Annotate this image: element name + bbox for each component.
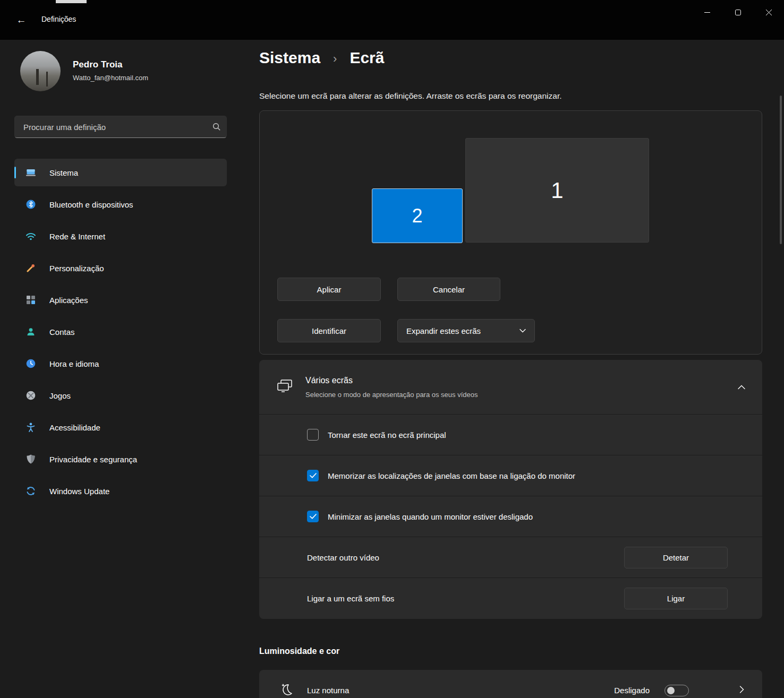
user-email: Watto_fan@hotmail.com	[73, 74, 148, 82]
checkbox-label: Tornar este ecrã no ecrã principal	[328, 430, 446, 440]
detect-display-row: Detectar outro vídeo Detetar	[259, 537, 762, 578]
time-language-icon	[25, 358, 36, 369]
detect-display-label: Detectar outro vídeo	[307, 553, 379, 562]
night-light-toggle[interactable]	[664, 685, 689, 696]
sidebar-item-label: Aplicações	[49, 296, 88, 305]
night-light-icon	[278, 682, 294, 698]
sidebar-item-hora-idioma[interactable]: Hora e idioma	[14, 350, 227, 377]
night-light-label: Luz noturna	[307, 686, 349, 695]
sidebar-item-bluetooth[interactable]: Bluetooth e dispositivos	[14, 191, 227, 218]
sidebar-item-label: Windows Update	[49, 487, 109, 496]
sidebar-item-label: Acessibilidade	[49, 423, 100, 432]
close-icon	[766, 10, 772, 15]
wireless-display-row: Ligar a um ecrã sem fios Ligar	[259, 578, 762, 619]
remember-window-locations-row[interactable]: Memorizar as localizações de janelas com…	[259, 455, 762, 496]
system-icon	[25, 167, 36, 178]
apps-icon	[25, 295, 36, 305]
chevron-right-icon[interactable]	[739, 686, 744, 695]
breadcrumb: Sistema › Ecrã	[259, 49, 384, 67]
sidebar-item-windows-update[interactable]: Windows Update	[14, 477, 227, 505]
page-title: Ecrã	[350, 49, 384, 67]
privacy-icon	[25, 454, 36, 464]
bluetooth-icon	[25, 199, 36, 210]
toggle-knob	[667, 687, 675, 694]
personalization-icon	[25, 263, 36, 273]
sidebar-item-label: Privacidade e segurança	[49, 455, 137, 464]
monitor-1[interactable]: 1	[465, 138, 649, 243]
night-light-row[interactable]: Luz noturna Desligado	[259, 670, 762, 698]
accessibility-icon	[25, 422, 36, 433]
breadcrumb-separator-icon: ›	[333, 52, 337, 66]
window-title: Definições	[41, 15, 76, 23]
sidebar-item-label: Jogos	[49, 391, 71, 400]
multiple-displays-header[interactable]: Vários ecrãs Selecione o modo de apresen…	[259, 360, 762, 414]
scrollbar-thumb[interactable]	[780, 96, 782, 244]
sidebar-item-contas[interactable]: Contas	[14, 318, 227, 346]
make-main-display-row[interactable]: Tornar este ecrã no ecrã principal	[259, 415, 762, 455]
brightness-section-heading: Luminosidade e cor	[259, 647, 339, 656]
maximize-button[interactable]	[722, 0, 753, 24]
apply-button[interactable]: Aplicar	[277, 278, 381, 301]
minimize-icon	[704, 10, 710, 15]
multiple-displays-subtitle: Selecione o modo de apresentação para os…	[305, 391, 478, 399]
minimize-button[interactable]	[692, 0, 722, 24]
detect-button[interactable]: Detetar	[624, 547, 728, 568]
cancel-button[interactable]: Cancelar	[397, 278, 500, 301]
close-button[interactable]	[753, 0, 784, 24]
multiple-displays-title: Vários ecrãs	[305, 376, 353, 385]
display-arrangement-panel: 1 2 Aplicar Cancelar Identificar Expandi…	[259, 110, 762, 355]
sidebar-item-label: Personalização	[49, 264, 104, 273]
sidebar-item-label: Bluetooth e dispositivos	[49, 200, 133, 209]
sidebar-item-personalizacao[interactable]: Personalização	[14, 254, 227, 282]
minimize-windows-checkbox[interactable]	[307, 511, 319, 522]
sidebar-item-label: Rede & Internet	[49, 232, 105, 241]
sidebar: Pedro Troia Watto_fan@hotmail.com Sistem…	[0, 40, 244, 698]
chevron-up-icon[interactable]	[738, 382, 745, 392]
back-button[interactable]: ←	[13, 12, 30, 29]
search-icon[interactable]	[207, 123, 226, 131]
games-icon	[25, 390, 36, 401]
sidebar-nav: Sistema Bluetooth e dispositivos Rede & …	[14, 159, 227, 509]
breadcrumb-parent[interactable]: Sistema	[259, 49, 320, 67]
sidebar-item-acessibilidade[interactable]: Acessibilidade	[14, 413, 227, 441]
minimize-windows-row[interactable]: Minimizar as janelas quando um monitor e…	[259, 496, 762, 537]
sidebar-item-label: Contas	[49, 328, 75, 337]
maximize-icon	[735, 10, 741, 15]
checkbox-label: Memorizar as localizações de janelas com…	[328, 471, 575, 480]
search-box[interactable]	[14, 116, 227, 138]
windows-update-icon	[25, 486, 36, 496]
multi-display-icon	[277, 379, 293, 395]
sidebar-item-sistema[interactable]: Sistema	[14, 159, 227, 186]
titlebar: ← Definições	[0, 0, 784, 40]
avatar[interactable]	[20, 51, 61, 91]
make-main-display-checkbox[interactable]	[307, 429, 319, 441]
checkbox-label: Minimizar as janelas quando um monitor e…	[328, 512, 533, 521]
sidebar-item-rede-internet[interactable]: Rede & Internet	[14, 222, 227, 250]
user-name: Pedro Troia	[73, 59, 123, 70]
sidebar-item-jogos[interactable]: Jogos	[14, 382, 227, 409]
sidebar-item-label: Sistema	[49, 168, 78, 177]
accounts-icon	[25, 326, 36, 337]
extend-displays-label: Expandir estes ecrãs	[406, 326, 481, 335]
identify-button[interactable]: Identificar	[277, 319, 381, 342]
sidebar-item-label: Hora e idioma	[49, 359, 99, 368]
main-content: Sistema › Ecrã Selecione um ecrã para al…	[259, 40, 762, 698]
page-description: Selecione um ecrã para alterar as defini…	[259, 91, 562, 101]
extend-displays-dropdown[interactable]: Expandir estes ecrãs	[397, 319, 535, 342]
night-light-status: Desligado	[614, 686, 650, 695]
background-window-sliver	[56, 0, 87, 3]
sidebar-item-aplicacoes[interactable]: Aplicações	[14, 286, 227, 314]
remember-window-locations-checkbox[interactable]	[307, 470, 319, 481]
chevron-down-icon	[519, 329, 526, 333]
connect-button[interactable]: Ligar	[624, 588, 728, 609]
monitor-2-selected[interactable]: 2	[372, 188, 463, 243]
sidebar-item-privacidade[interactable]: Privacidade e segurança	[14, 445, 227, 473]
wireless-display-label: Ligar a um ecrã sem fios	[307, 594, 394, 603]
search-input[interactable]	[15, 123, 207, 132]
network-icon	[25, 231, 36, 242]
